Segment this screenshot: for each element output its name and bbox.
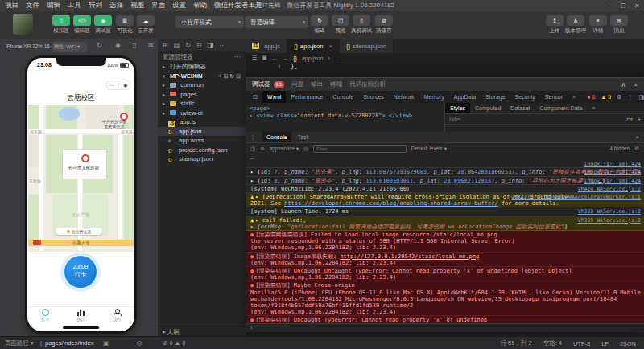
screenshot-icon[interactable]: ◉	[115, 42, 121, 49]
tabs-overflow-icon[interactable]: »	[587, 103, 600, 113]
fold-icon[interactable]: ∨	[278, 63, 281, 68]
tab-output[interactable]: 输出	[311, 80, 323, 88]
target-icon[interactable]: ◎	[137, 337, 142, 349]
copy-icon[interactable]: ▣	[103, 337, 109, 349]
menu-tools[interactable]: 工具	[68, 1, 81, 10]
gear-icon[interactable]: ⚙	[634, 146, 639, 152]
inspect-icon[interactable]: ⊡	[248, 91, 262, 103]
debugger-toggle-button[interactable]: ◉ 调试器	[91, 15, 115, 35]
frame-icon[interactable]: ◫	[250, 146, 255, 152]
tab-sitemap-json[interactable]: {} sitemap.json	[340, 39, 394, 53]
close-icon[interactable]: ×	[635, 133, 639, 141]
refresh-icon[interactable]: ↻	[229, 73, 236, 79]
expand-icon[interactable]: ▸	[250, 113, 253, 119]
file-common[interactable]: ▸ common	[158, 80, 246, 90]
devtab-memory[interactable]: Memory	[419, 91, 449, 103]
clock-in-button[interactable]: 23:09 打卡	[64, 256, 97, 288]
gear-icon[interactable]: ⚙	[617, 94, 621, 101]
dock-icon[interactable]: ◨	[638, 94, 644, 101]
menu-select[interactable]: 选择	[109, 1, 123, 10]
more-icon[interactable]: ⋯	[109, 82, 114, 88]
add-style-icon[interactable]: +	[638, 117, 641, 122]
log-row-warning[interactable]: ▲▸ [Deprecation] SharedArrayBuffer will …	[246, 193, 644, 207]
tab-stats[interactable]: 统计	[63, 307, 98, 325]
log-row-object[interactable]: ▸ {id: 7, p_name: "思齐斋", p_lng: 113.0075…	[246, 168, 644, 176]
menu-devtools[interactable]: 微信开发者工具	[214, 1, 262, 10]
dataset-tab[interactable]: Dataset	[506, 103, 535, 113]
project-root[interactable]: ▾ MP-WEIXIN +⊞↻⊟	[158, 72, 246, 81]
device-debug-button[interactable]: ▯ 真机调试	[349, 15, 374, 35]
menu-interface[interactable]: 界面	[151, 1, 165, 10]
tab-profile[interactable]: 我的	[99, 307, 134, 325]
clear-cache-button[interactable]: ⊘ 清缓存	[372, 15, 396, 35]
devtab-security[interactable]: Security	[510, 91, 540, 103]
computed-tab[interactable]: Computed	[470, 103, 506, 113]
open-editors-section[interactable]: ▸ 打开的编辑器	[158, 62, 246, 72]
message-icon[interactable]: ✉	[148, 42, 154, 49]
user-avatar[interactable]	[13, 14, 33, 35]
map-poi-chip[interactable]: 创业孵化器	[56, 228, 102, 235]
menu-settings[interactable]: 设置	[172, 1, 186, 10]
devtab-appdata[interactable]: AppData	[449, 91, 481, 103]
tab-terminal[interactable]: 终端	[330, 80, 342, 88]
clear-console-icon[interactable]: ⊘	[260, 146, 264, 152]
source-link[interactable]: index.js? [sm]:424	[584, 169, 641, 175]
phone-icon[interactable]: ▯	[133, 42, 136, 49]
bookmark-icon[interactable]: ▣	[262, 55, 267, 61]
compile-mode-select[interactable]: 普通编译 ▾	[245, 16, 308, 28]
close-icon[interactable]: ×	[634, 81, 638, 88]
close-button[interactable]: ×	[635, 2, 639, 10]
menu-goto[interactable]: 转到	[89, 1, 102, 10]
menu-file[interactable]: 文件	[26, 1, 39, 10]
context-select[interactable]: appservice ▾	[270, 146, 299, 152]
code-editor[interactable]: ∨ }, "permission": {	[246, 63, 644, 77]
source-link[interactable]: index.js? [sm]:424	[584, 161, 641, 167]
exit-icon[interactable]: ◉	[123, 82, 127, 88]
component-data-tab[interactable]: Component Data	[535, 103, 587, 113]
tabs-overflow-icon[interactable]: »	[568, 91, 580, 103]
console-tab[interactable]: Console	[262, 132, 291, 142]
external-link[interactable]: http://127.0.0.1:20542/staic/local_me.pn…	[340, 253, 479, 260]
messages-button[interactable]: ✉ 消息	[607, 15, 631, 35]
collapse-all-icon[interactable]: ⊟	[236, 73, 242, 79]
outline-section[interactable]: ▸ 大纲	[158, 326, 246, 336]
new-file-icon[interactable]: ⊞	[163, 42, 168, 49]
log-row-object[interactable]: ▸ {id: 8, p_name: "慕贤亭", p_lng: 113.0100…	[246, 177, 644, 185]
problems-indicator[interactable]: ⊘ 0 ▲ 0	[163, 337, 185, 349]
styles-filter-input[interactable]: Filter	[449, 117, 460, 122]
map-pin[interactable]	[81, 154, 89, 162]
file-app-json[interactable]: {} app.json	[158, 127, 246, 137]
tab-code-analysis[interactable]: 代码依赖分析	[349, 80, 386, 88]
log-row-warning[interactable]: ▲▸ call failed:, ▸ {errMsg: "getLocation…	[246, 216, 644, 231]
console-input[interactable]: ›	[246, 323, 644, 332]
file-static[interactable]: ▸ static	[158, 99, 246, 109]
cursor-position[interactable]: 行 55，列 2	[500, 339, 531, 347]
breadcrumb-more[interactable]: …	[335, 55, 341, 61]
tab-app-json[interactable]: {} app.json ×	[287, 39, 340, 53]
device-select[interactable]: iPhone XR 72% 16 ▾	[6, 43, 54, 50]
levels-select[interactable]: Default levels ▾	[411, 146, 447, 152]
eol[interactable]: LF	[601, 340, 609, 347]
devtab-console[interactable]: Console	[328, 91, 358, 103]
back-icon[interactable]: ←	[272, 55, 278, 61]
page-path-select[interactable]: 页面路径 ▾	[5, 337, 34, 349]
encoding[interactable]: UTF-8	[573, 340, 590, 347]
file-uview-ui[interactable]: ▸ uview-ui	[158, 109, 246, 118]
miniprogram-capsule[interactable]: ⋯ ◉	[106, 80, 130, 90]
breadcrumb-file[interactable]: app.json	[302, 55, 323, 61]
minimize-button[interactable]: –	[607, 2, 611, 10]
source-link[interactable]: VM369 WAService.js:2	[578, 208, 641, 215]
project-actions[interactable]: +⊞↻⊟	[218, 72, 242, 81]
devtab-sensor[interactable]: Sensor	[540, 91, 568, 103]
source-link[interactable]: VM424 WAService.js:2	[578, 186, 641, 192]
devtab-performance[interactable]: Performance	[286, 91, 328, 103]
menu-project[interactable]: 项目	[5, 1, 19, 10]
file-pages[interactable]: ▸ pages	[158, 90, 246, 100]
source-link[interactable]: VM369 WAService.js:2	[578, 217, 641, 224]
file-app-wxss[interactable]: # app.wxss	[158, 136, 246, 146]
devtab-sources[interactable]: Sources	[358, 91, 389, 103]
list-icon[interactable]: ▤	[174, 42, 180, 49]
file-project-config[interactable]: {} project.config.json	[158, 146, 246, 155]
kebab-icon[interactable]: ⋮	[250, 134, 256, 141]
forward-icon[interactable]: →	[283, 55, 288, 61]
